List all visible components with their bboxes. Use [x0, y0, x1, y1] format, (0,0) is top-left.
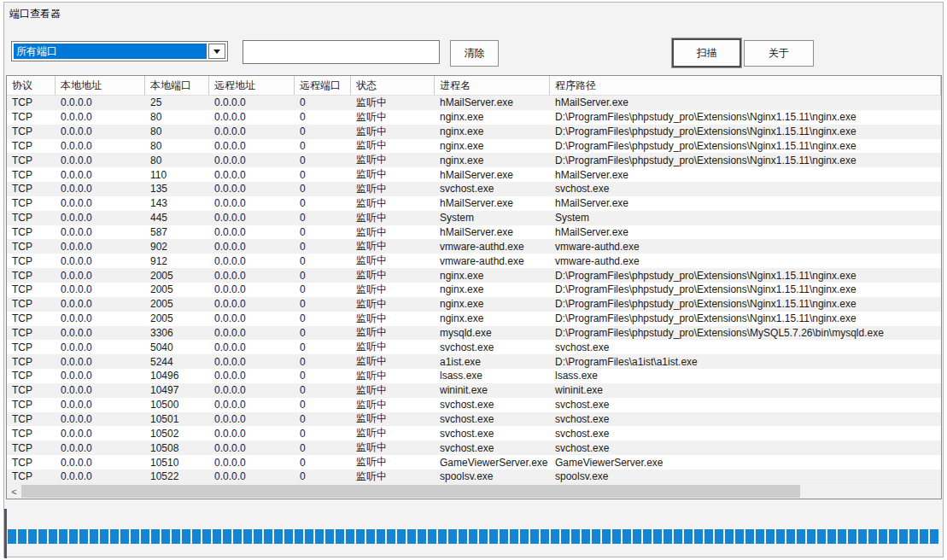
port-filter-dropdown[interactable]: 所有端口	[11, 41, 228, 61]
cell-local-port: 143	[145, 196, 209, 211]
cell-state: 监听中	[351, 268, 435, 283]
cell-remote-port: 0	[295, 455, 351, 470]
column-header-remote-port[interactable]: 远程端口	[295, 76, 351, 95]
dropdown-arrow-button[interactable]	[208, 44, 225, 59]
filter-input[interactable]	[243, 40, 440, 64]
scroll-left-icon[interactable]: <	[7, 484, 21, 499]
cell-local-address: 0.0.0.0	[56, 125, 145, 139]
table-row[interactable]: TCP0.0.0.0104970.0.0.00监听中wininit.exewin…	[7, 383, 941, 398]
progress-segment	[418, 529, 426, 544]
cell-process-path: svchost.exe	[550, 412, 941, 427]
horizontal-scrollbar[interactable]: <	[7, 483, 941, 499]
table-row[interactable]: TCP0.0.0.01430.0.0.00监听中hMailServer.exeh…	[7, 196, 941, 211]
progress-segment	[243, 529, 252, 544]
table-row[interactable]: TCP0.0.0.020050.0.0.00监听中nginx.exeD:\Pro…	[7, 312, 941, 326]
table-row[interactable]: TCP0.0.0.0105220.0.0.00监听中spoolsv.exespo…	[7, 470, 941, 483]
scrollbar-thumb[interactable]	[21, 485, 800, 498]
cell-local-port: 80	[145, 139, 209, 154]
cell-local-port: 2005	[145, 312, 209, 326]
cell-process-name: hMailServer.exe	[435, 96, 550, 110]
cell-local-port: 10497	[145, 383, 209, 398]
progress-segment	[643, 529, 652, 544]
column-header-protocol[interactable]: 协议	[7, 76, 56, 95]
progress-segment	[489, 529, 498, 544]
cell-state: 监听中	[351, 455, 435, 470]
cell-remote-port: 0	[295, 110, 351, 125]
column-header-local-address[interactable]: 本地地址	[56, 76, 145, 95]
cell-process-path: GameViewerServer.exe	[550, 455, 941, 470]
table-row[interactable]: TCP0.0.0.020050.0.0.00监听中nginx.exeD:\Pro…	[7, 283, 941, 297]
table-row[interactable]: TCP0.0.0.0250.0.0.00监听中hMailServer.exehM…	[7, 96, 941, 110]
clear-button[interactable]: 清除	[450, 40, 499, 67]
table-row[interactable]: TCP0.0.0.0105080.0.0.00监听中svchost.exesvc…	[7, 440, 941, 455]
cell-local-port: 3306	[145, 326, 209, 341]
dropdown-selected-value: 所有端口	[14, 44, 207, 59]
cell-state: 监听中	[351, 383, 435, 398]
cell-remote-address: 0.0.0.0	[209, 426, 295, 440]
table-row[interactable]: TCP0.0.0.0105010.0.0.00监听中svchost.exesvc…	[7, 412, 941, 427]
cell-process-name: nginx.exe	[435, 268, 550, 283]
progress-segment	[223, 529, 231, 544]
cell-process-path: D:\ProgramFiles\phpstudy_pro\Extensions\…	[550, 125, 941, 139]
table-row[interactable]: TCP0.0.0.020050.0.0.00监听中nginx.exeD:\Pro…	[7, 268, 941, 283]
progress-segment	[90, 529, 98, 544]
table-row[interactable]: TCP0.0.0.0800.0.0.00监听中nginx.exeD:\Progr…	[7, 139, 941, 154]
column-header-remote-address[interactable]: 远程地址	[209, 76, 295, 95]
column-header-process-path[interactable]: 程序路径	[550, 76, 941, 95]
table-row[interactable]: TCP0.0.0.0800.0.0.00监听中nginx.exeD:\Progr…	[7, 110, 941, 125]
progress-segment	[305, 529, 313, 544]
table-row[interactable]: TCP0.0.0.050400.0.0.00监听中svchost.exesvch…	[7, 340, 941, 354]
table-row[interactable]: TCP0.0.0.033060.0.0.00监听中mysqld.exeD:\Pr…	[7, 326, 941, 341]
column-header-state[interactable]: 状态	[351, 76, 435, 95]
column-header-process-name[interactable]: 进程名	[435, 76, 550, 95]
cell-state: 监听中	[351, 283, 435, 297]
table-row[interactable]: TCP0.0.0.0800.0.0.00监听中nginx.exeD:\Progr…	[7, 125, 941, 139]
progress-segment	[500, 529, 508, 544]
table-row[interactable]: TCP0.0.0.01350.0.0.00监听中svchost.exesvcho…	[7, 182, 941, 196]
table-row[interactable]: TCP0.0.0.05870.0.0.00监听中hMailServer.exeh…	[7, 225, 941, 240]
progress-segment	[192, 529, 201, 544]
cell-state: 监听中	[351, 182, 435, 196]
cell-state: 监听中	[351, 369, 435, 383]
cell-remote-port: 0	[295, 153, 351, 167]
cell-state: 监听中	[351, 426, 435, 440]
progress-segment	[325, 529, 334, 544]
column-header-local-port[interactable]: 本地端口	[145, 76, 209, 95]
progress-segment	[110, 529, 119, 544]
cell-state: 监听中	[351, 326, 435, 341]
cell-remote-address: 0.0.0.0	[209, 412, 295, 427]
cell-local-port: 10502	[145, 426, 209, 440]
cell-remote-address: 0.0.0.0	[209, 110, 295, 125]
cell-local-port: 10508	[145, 440, 209, 455]
table-row[interactable]: TCP0.0.0.052440.0.0.00监听中a1ist.exeD:\Pro…	[7, 354, 941, 369]
table-row[interactable]: TCP0.0.0.0104960.0.0.00监听中lsass.exelsass…	[7, 369, 941, 383]
cell-process-path: svchost.exe	[550, 340, 941, 354]
cell-protocol: TCP	[7, 455, 56, 470]
cell-remote-port: 0	[295, 196, 351, 211]
cell-protocol: TCP	[7, 283, 56, 297]
cell-state: 监听中	[351, 440, 435, 455]
table-row[interactable]: TCP0.0.0.020050.0.0.00监听中nginx.exeD:\Pro…	[7, 297, 941, 312]
progress-segment	[633, 529, 641, 544]
table-row[interactable]: TCP0.0.0.04450.0.0.00监听中SystemSystem	[7, 211, 941, 225]
about-button[interactable]: 关于	[744, 40, 814, 67]
table-row[interactable]: TCP0.0.0.0105000.0.0.00监听中svchost.exesvc…	[7, 398, 941, 412]
table-row[interactable]: TCP0.0.0.0105100.0.0.00监听中GameViewerServ…	[7, 455, 941, 470]
progress-segment	[592, 529, 600, 544]
progress-segment	[930, 529, 938, 544]
table-row[interactable]: TCP0.0.0.09120.0.0.00监听中vmware-authd.exe…	[7, 254, 941, 268]
table-row[interactable]: TCP0.0.0.09020.0.0.00监听中vmware-authd.exe…	[7, 239, 941, 254]
progress-segment	[551, 529, 559, 544]
table-row[interactable]: TCP0.0.0.01100.0.0.00监听中hMailServer.exeh…	[7, 167, 941, 182]
scan-button[interactable]: 扫描	[671, 38, 742, 68]
table-row[interactable]: TCP0.0.0.0800.0.0.00监听中nginx.exeD:\Progr…	[7, 153, 941, 167]
progress-segment	[438, 529, 447, 544]
progress-segment	[848, 529, 856, 544]
cell-local-port: 25	[145, 96, 209, 110]
cell-local-port: 80	[145, 153, 209, 167]
cell-state: 监听中	[351, 340, 435, 354]
table-row[interactable]: TCP0.0.0.0105020.0.0.00监听中svchost.exesvc…	[7, 426, 941, 440]
cell-process-name: svchost.exe	[435, 340, 550, 354]
cell-local-address: 0.0.0.0	[56, 383, 145, 398]
cell-local-address: 0.0.0.0	[56, 211, 145, 225]
